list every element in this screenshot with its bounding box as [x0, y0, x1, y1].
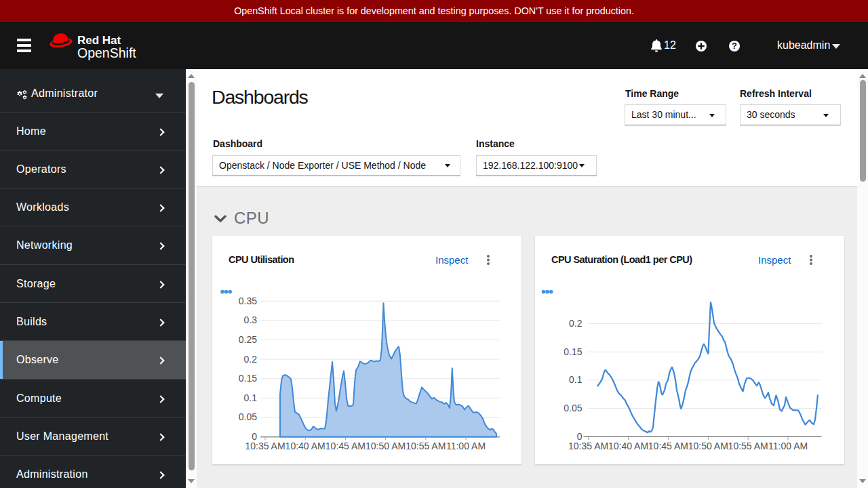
svg-text:11:00 AM: 11:00 AM [446, 441, 486, 451]
svg-text:0.1: 0.1 [244, 392, 258, 403]
svg-text:10:45 AM: 10:45 AM [326, 441, 366, 451]
svg-text:0.2: 0.2 [244, 354, 258, 365]
svg-text:10:40 AM: 10:40 AM [285, 441, 326, 451]
svg-text:0.3: 0.3 [244, 314, 258, 325]
svg-text:10:40 AM: 10:40 AM [608, 441, 648, 451]
svg-text:11:00 AM: 11:00 AM [768, 441, 808, 451]
svg-text:0.15: 0.15 [564, 346, 582, 357]
svg-text:0.1: 0.1 [569, 374, 583, 385]
svg-text:10:55 AM: 10:55 AM [728, 441, 768, 451]
svg-text:0.15: 0.15 [239, 373, 257, 384]
svg-text:10:55 AM: 10:55 AM [406, 441, 446, 451]
svg-text:10:35 AM: 10:35 AM [245, 441, 285, 451]
svg-text:10:50 AM: 10:50 AM [688, 441, 728, 451]
svg-text:10:35 AM: 10:35 AM [568, 441, 608, 451]
svg-text:0.2: 0.2 [569, 318, 583, 329]
svg-text:?: ? [732, 41, 737, 51]
svg-text:10:45 AM: 10:45 AM [648, 441, 688, 451]
svg-text:0.25: 0.25 [239, 334, 257, 345]
svg-text:10:50 AM: 10:50 AM [366, 441, 406, 451]
svg-text:0.05: 0.05 [564, 403, 582, 413]
svg-text:0.05: 0.05 [239, 411, 257, 422]
svg-text:0.35: 0.35 [239, 296, 257, 306]
